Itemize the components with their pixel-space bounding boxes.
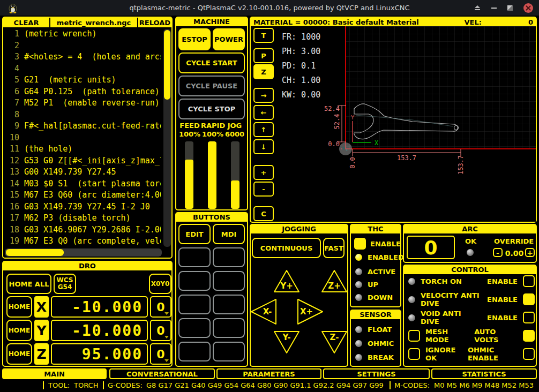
break-label: BREAK: [368, 353, 394, 361]
user-button-9[interactable]: [178, 342, 211, 361]
gcode-list[interactable]: 1(metric wrench) 2 3#<holes> = 4 (holes …: [6, 29, 161, 247]
vertical-scrollbar[interactable]: [163, 29, 171, 247]
tab-parameters[interactable]: PARAMETERS: [216, 368, 321, 379]
pan-down-button[interactable]: ↓: [253, 139, 274, 154]
jog-z-plus-label: Z+: [328, 281, 340, 291]
override-plus-button[interactable]: +: [525, 248, 535, 257]
user-button-5[interactable]: [178, 295, 211, 314]
void-anti-dive-checkbox[interactable]: [523, 312, 535, 323]
user-button-7[interactable]: [178, 318, 211, 338]
wcs-button[interactable]: WCS G54: [54, 274, 76, 294]
reload-button[interactable]: RELOAD: [138, 19, 171, 27]
tool-value: TORCH: [74, 381, 98, 389]
sensor-panel: SENSOR FLOAT OHMIC BREAK: [350, 310, 401, 367]
minimize-icon[interactable]: [491, 5, 497, 11]
home-y-button[interactable]: HOME: [6, 320, 32, 341]
vertical-scrollbar-thumb[interactable]: [164, 30, 170, 100]
view-perspective-button[interactable]: P: [253, 48, 274, 63]
chevron-down-icon: [164, 312, 169, 315]
feed-label: FEED: [178, 122, 201, 130]
horizontal-scrollbar-thumb[interactable]: [6, 249, 64, 256]
axis-y-label[interactable]: Y: [34, 320, 49, 341]
arc-voltage-display: 0: [407, 236, 455, 259]
loaded-file-name[interactable]: metric_wrench.ngc: [50, 19, 137, 27]
override-label: OVERRIDE: [494, 237, 534, 245]
rapid-slider[interactable]: [208, 141, 216, 209]
pan-left-button[interactable]: ←: [253, 105, 274, 120]
pan-up-button[interactable]: ↑: [253, 122, 274, 137]
user-button-3[interactable]: [178, 271, 211, 291]
maximize-icon[interactable]: [507, 5, 513, 11]
horizontal-scrollbar[interactable]: [5, 248, 162, 257]
mdi-button[interactable]: MDI: [213, 224, 245, 244]
shade-icon[interactable]: [474, 5, 481, 11]
tab-settings[interactable]: SETTINGS: [323, 368, 430, 379]
home-x-button[interactable]: HOME: [6, 296, 32, 318]
mesh-mode-checkbox[interactable]: [408, 330, 420, 342]
dro-header: DRO: [3, 262, 171, 270]
chevron-down-icon: [164, 336, 169, 338]
user-button-6[interactable]: [213, 295, 245, 314]
thc-enable-label: ENABLE: [370, 240, 401, 248]
clear-plot-button[interactable]: C: [253, 206, 274, 221]
close-icon[interactable]: [523, 3, 534, 13]
cycle-stop-button[interactable]: CYCLE STOP: [178, 99, 245, 119]
override-minus-button[interactable]: -: [493, 248, 503, 257]
feed-value: 100%: [178, 130, 201, 138]
jog-slider[interactable]: [231, 141, 239, 209]
zoom-out-button[interactable]: -: [253, 182, 274, 197]
dro-z-zero-select[interactable]: 0: [150, 343, 171, 365]
estop-button[interactable]: ESTOP: [178, 28, 211, 50]
status-divider: [43, 381, 44, 389]
jogging-header: JOGGING: [251, 225, 347, 233]
tab-statistics[interactable]: STATISTICS: [431, 368, 537, 379]
ohmic-enable-checkbox[interactable]: [523, 348, 535, 360]
user-button-10[interactable]: [213, 342, 245, 361]
dro-panel: DRO HOME ALL WCS G54 X0Y0 HOME X -10.000…: [2, 261, 173, 367]
thc-enable-checkbox[interactable]: [354, 238, 366, 250]
view-top-button[interactable]: T: [253, 28, 274, 43]
velocity-anti-dive-led: [408, 296, 415, 303]
override-value: 0.00: [505, 249, 524, 258]
feed-slider[interactable]: [185, 141, 193, 209]
dro-x-zero-select[interactable]: 0: [150, 296, 171, 318]
tab-conversational[interactable]: CONVERSATIONAL: [109, 368, 215, 379]
float-led: [355, 326, 362, 333]
pan-right-button[interactable]: →: [253, 88, 274, 103]
continuous-jog-button[interactable]: CONTINUOUS: [252, 238, 321, 258]
fast-jog-button[interactable]: FAST: [323, 238, 345, 258]
home-all-button[interactable]: HOME ALL: [6, 274, 51, 294]
clear-button[interactable]: CLEAR: [3, 19, 49, 27]
chevron-down-icon: [164, 359, 169, 362]
axis-x-label[interactable]: X: [34, 296, 49, 318]
cycle-start-button[interactable]: CYCLE START: [178, 52, 245, 73]
power-button[interactable]: POWER: [213, 28, 245, 50]
material-label[interactable]: MATERIAL = 00000: Basic default Material: [253, 18, 419, 26]
auto-volts-checkbox[interactable]: [523, 330, 535, 342]
torch-enable-label: ENABLE: [487, 277, 518, 285]
mcodes-label: M-CODES:: [394, 381, 430, 389]
edit-button[interactable]: EDIT: [178, 224, 211, 244]
zero-xy-button[interactable]: X0Y0: [149, 274, 171, 294]
dro-y-zero-select[interactable]: 0: [150, 320, 171, 341]
view-z-button[interactable]: Z: [253, 64, 274, 79]
torch-enable-checkbox[interactable]: [523, 275, 535, 287]
svg-text:X: X: [375, 139, 379, 147]
user-button-1[interactable]: [178, 247, 211, 267]
svg-text:CH: 1.00: CH: 1.00: [282, 76, 320, 85]
user-button-2[interactable]: [213, 247, 245, 267]
zoom-in-button[interactable]: +: [253, 165, 274, 180]
cycle-pause-button[interactable]: CYCLE PAUSE: [178, 76, 245, 96]
user-button-4[interactable]: [213, 271, 245, 291]
user-button-8[interactable]: [213, 318, 245, 338]
titlebar: qtplasmac-metric - QtPlasmaC v2.10-001.0…: [0, 0, 539, 16]
home-z-button[interactable]: HOME: [6, 343, 32, 365]
axis-z-label[interactable]: Z: [34, 343, 49, 365]
tab-main[interactable]: MAIN: [2, 368, 107, 379]
ignore-ok-checkbox[interactable]: [408, 348, 420, 360]
gcode-preview-graphics[interactable]: FR: 1000 PH: 3.00 PD: 0.1 CH: 1.00 KW: 0…: [274, 26, 536, 222]
svg-text:52.4: 52.4: [324, 105, 340, 112]
svg-text:KW: 0.00: KW: 0.00: [282, 90, 320, 100]
velocity-anti-dive-checkbox[interactable]: [523, 293, 535, 305]
svg-text:0.0: 0.0: [349, 157, 356, 169]
